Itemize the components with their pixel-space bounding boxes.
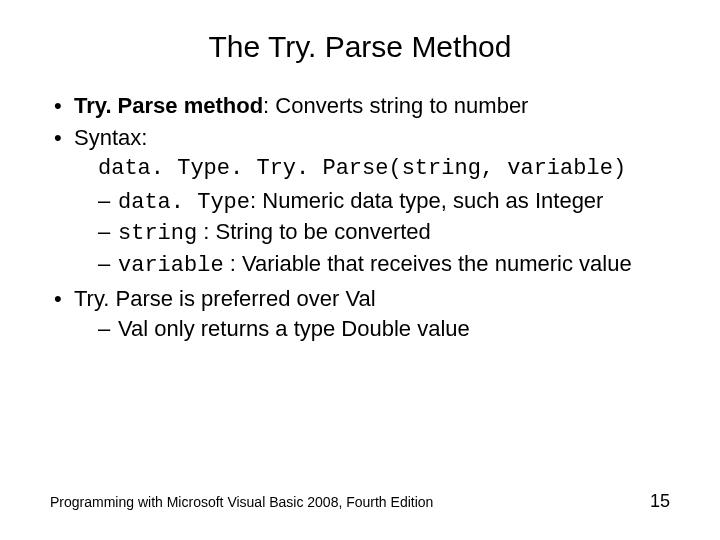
- param-variable: variable : Variable that receives the nu…: [74, 250, 670, 280]
- param-variable-code: variable: [118, 253, 224, 278]
- syntax-line: data. Type. Try. Parse(string, variable): [74, 155, 670, 183]
- param-list: data. Type: Numeric data type, such as I…: [74, 187, 670, 280]
- footer-text: Programming with Microsoft Visual Basic …: [50, 494, 433, 510]
- bullet-list: Try. Parse method: Converts string to nu…: [50, 92, 670, 342]
- slide: The Try. Parse Method Try. Parse method:…: [0, 0, 720, 540]
- param-variable-desc: : Variable that receives the numeric val…: [224, 251, 632, 276]
- param-datatype-code: data. Type: [118, 190, 250, 215]
- slide-title: The Try. Parse Method: [50, 30, 670, 64]
- bullet-3-sublist: Val only returns a type Double value: [74, 315, 670, 343]
- bullet-2: Syntax: data. Type. Try. Parse(string, v…: [50, 124, 670, 280]
- param-string: string : String to be converted: [74, 218, 670, 248]
- bullet-3-text: Try. Parse is preferred over Val: [74, 286, 376, 311]
- param-datatype-desc: : Numeric data type, such as Integer: [250, 188, 603, 213]
- bullet-3-sub: Val only returns a type Double value: [74, 315, 670, 343]
- page-number: 15: [650, 491, 670, 512]
- bullet-1-term: Try. Parse method: [74, 93, 263, 118]
- bullet-1: Try. Parse method: Converts string to nu…: [50, 92, 670, 120]
- param-string-desc: : String to be converted: [197, 219, 431, 244]
- footer: Programming with Microsoft Visual Basic …: [50, 491, 670, 512]
- bullet-1-desc: : Converts string to number: [263, 93, 528, 118]
- bullet-3-sub-text: Val only returns a type Double value: [118, 316, 470, 341]
- bullet-3: Try. Parse is preferred over Val Val onl…: [50, 285, 670, 342]
- bullet-2-text: Syntax:: [74, 125, 147, 150]
- param-string-code: string: [118, 221, 197, 246]
- param-datatype: data. Type: Numeric data type, such as I…: [74, 187, 670, 217]
